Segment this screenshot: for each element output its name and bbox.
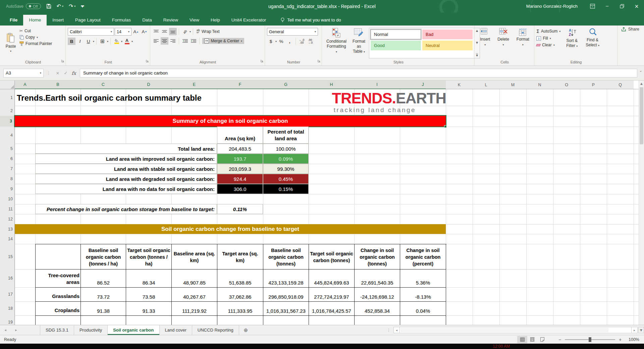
column-header-O[interactable]: O	[553, 81, 580, 89]
cell-D17[interactable]: 73.58	[126, 288, 172, 302]
column-header-I[interactable]: I	[354, 81, 400, 89]
column-header-J[interactable]: J	[400, 81, 446, 89]
cell-D18[interactable]: 91.33	[126, 302, 172, 316]
font-size-select[interactable]: 14▾	[115, 28, 131, 36]
fill-color-dropdown[interactable]: ▾	[121, 40, 122, 43]
top-align-button[interactable]	[152, 28, 160, 35]
delete-cells-button[interactable]: Delete▾	[495, 27, 512, 58]
borders-button[interactable]: ⊞	[99, 38, 106, 45]
ribbon-tab-home[interactable]: Home	[23, 15, 47, 26]
cell-A13-banner[interactable]: Soil organic carbon change from baseline…	[15, 224, 446, 234]
orientation-button[interactable]: ab	[181, 28, 189, 35]
decrease-decimal-button[interactable]: .00→.0	[306, 38, 314, 45]
cell-G9[interactable]: 0.15%	[263, 184, 309, 194]
column-header-C[interactable]: C	[80, 81, 126, 89]
cell-F4[interactable]: Area (sq km)	[217, 127, 263, 144]
cell-style-neutral[interactable]: Neutral	[422, 41, 473, 50]
sheet-nav-left-arrow[interactable]: ◂	[0, 325, 11, 335]
row-header-18[interactable]: 18	[0, 301, 15, 315]
ribbon-tab-view[interactable]: View	[184, 15, 205, 26]
column-header-H[interactable]: H	[309, 81, 354, 89]
formula-input[interactable]: Summary of change in soil organic carbon	[80, 69, 637, 78]
cell-style-bad[interactable]: Bad	[422, 30, 473, 39]
cell-F6[interactable]: 193.7	[217, 154, 263, 164]
cell-B18[interactable]: Croplands	[36, 302, 81, 316]
cell-label-row5[interactable]: Total land area:	[35, 144, 217, 154]
sheet-tab-unccd-reporting[interactable]: UNCCD Reporting	[192, 325, 239, 335]
cell-label-row6[interactable]: Land area with improved soil organic car…	[35, 154, 217, 164]
zoom-out-button[interactable]: −	[556, 337, 564, 342]
row-header-6[interactable]: 6	[0, 154, 15, 164]
merge-center-dropdown[interactable]: ▾	[241, 40, 242, 43]
cell-B16[interactable]: Tree-covered areas	[36, 269, 81, 288]
cell-F18[interactable]: 111,333.95	[217, 302, 263, 316]
align-center-button[interactable]	[161, 37, 168, 45]
row-header-8[interactable]: 8	[0, 174, 15, 184]
conditional-formatting-button[interactable]: ≠ ConditionalFormatting ▾	[324, 27, 349, 58]
cell-I15[interactable]: Change in soil organic carbon (tonnes)	[355, 244, 400, 269]
cell-B19[interactable]	[36, 316, 81, 325]
shrink-font-button[interactable]: A▼	[141, 28, 148, 36]
cell-C16[interactable]: 86.52	[81, 269, 126, 288]
horizontal-scroll-track[interactable]	[400, 327, 631, 333]
cell-E16[interactable]: 48,907.85	[172, 269, 217, 288]
cell-C19[interactable]	[81, 316, 126, 325]
format-as-table-button[interactable]: Format asTable ▾	[350, 27, 368, 58]
cell-H18[interactable]: 1,016,784,425.57	[309, 302, 355, 316]
insert-cells-button[interactable]: Insert▾	[478, 27, 492, 58]
cell-G6[interactable]: 0.09%	[263, 154, 309, 164]
share-button[interactable]: Share	[621, 27, 639, 32]
accounting-format-button[interactable]: $	[267, 38, 275, 45]
normal-view-button[interactable]	[517, 336, 527, 343]
ribbon-tab-formulas[interactable]: Formulas	[106, 15, 137, 26]
cell-E15[interactable]: Baseline area (sq. km)	[172, 244, 217, 269]
font-color-button[interactable]: A	[123, 38, 131, 45]
align-left-button[interactable]	[152, 37, 160, 45]
cell-J17[interactable]: -8.13%	[400, 288, 446, 302]
page-break-preview-button[interactable]	[537, 336, 547, 343]
row-header-19[interactable]: 19	[0, 315, 15, 325]
column-header-D[interactable]: D	[126, 81, 171, 89]
cell-C17[interactable]: 73.72	[81, 288, 126, 302]
ribbon-tab-file[interactable]: File	[4, 15, 23, 26]
sheet-tab-land-cover[interactable]: Land cover	[160, 325, 192, 335]
underline-dropdown[interactable]: ▾	[93, 40, 94, 43]
vertical-scroll-thumb[interactable]	[640, 87, 643, 144]
cell-G4[interactable]: Percent of total land area	[263, 127, 309, 144]
zoom-in-button[interactable]: +	[616, 337, 624, 342]
cell-G5[interactable]: 100.00%	[263, 144, 309, 154]
column-header-L[interactable]: L	[473, 81, 499, 89]
cell-B17[interactable]: Grasslands	[36, 288, 81, 302]
row-header-10[interactable]: 10	[0, 194, 15, 204]
cell-label-row8[interactable]: Land area with degraded soil organic car…	[35, 174, 217, 184]
restore-button[interactable]	[614, 0, 629, 12]
row-header-16[interactable]: 16	[0, 269, 15, 287]
row-header-4[interactable]: 4	[0, 127, 15, 144]
cell-F8[interactable]: 924.4	[217, 174, 263, 184]
selection-fill-handle[interactable]	[444, 125, 447, 128]
cell-D16[interactable]: 86.34	[126, 269, 172, 288]
borders-dropdown[interactable]: ▾	[107, 40, 108, 43]
vertical-scrollbar[interactable]: ▲	[639, 81, 644, 325]
close-button[interactable]: ×	[629, 0, 644, 12]
alignment-dialog-launcher[interactable]	[261, 58, 264, 64]
underline-button[interactable]: U	[85, 38, 92, 45]
cell-I16[interactable]: 22,691,540.35	[355, 269, 400, 288]
comma-style-button[interactable]: ,	[286, 38, 293, 45]
cell-G19[interactable]	[263, 316, 309, 325]
horizontal-scrollbar[interactable]: ◂ ▸ ▼	[393, 325, 644, 335]
italic-button[interactable]: I	[76, 38, 84, 45]
clipboard-dialog-launcher[interactable]	[61, 58, 64, 64]
scroll-right-arrow[interactable]: ▸	[631, 327, 638, 333]
cell-label-row11[interactable]: Percent change in soil organic carbon st…	[35, 204, 217, 214]
paste-dropdown[interactable]: ▾	[10, 50, 11, 53]
sheet-tab-soil-organic-carbon[interactable]: Soil organic carbon	[108, 325, 159, 335]
cell-F16[interactable]: 51,638.85	[217, 269, 263, 288]
ribbon-display-options-button[interactable]	[585, 0, 600, 12]
cell-style-good[interactable]: Good	[371, 41, 421, 50]
decrease-indent-button[interactable]	[181, 37, 189, 45]
format-painter-button[interactable]: Format Painter	[19, 41, 52, 46]
cell-C15[interactable]: Baseline soil organic carbon (tonnes / h…	[81, 244, 126, 269]
find-select-button[interactable]: Find &Select ▾	[583, 27, 602, 58]
tab-scroll-splitter[interactable]: ⋮	[384, 325, 393, 335]
